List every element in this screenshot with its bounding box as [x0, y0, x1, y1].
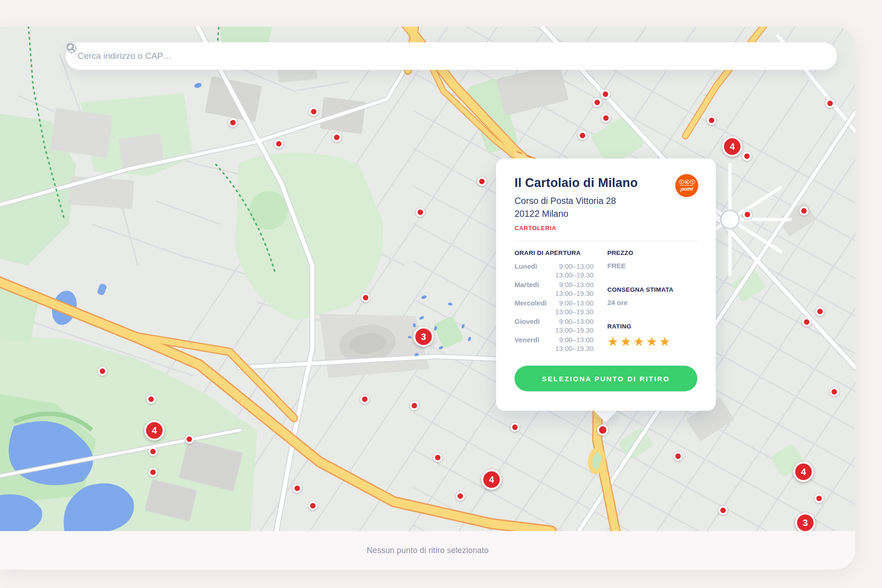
rating-section: RATING ★★★★★	[607, 323, 697, 348]
map-marker-dot[interactable]	[673, 452, 683, 461]
hours-day: Lunedì	[514, 262, 537, 279]
map-marker-dot[interactable]	[332, 133, 341, 142]
pickup-point-category: CARTOLERIA	[514, 225, 697, 232]
map-marker-dot[interactable]	[814, 494, 824, 503]
rating-stars: ★★★★★	[607, 335, 697, 348]
map-marker-dot[interactable]	[433, 453, 442, 462]
map-marker-dot[interactable]	[309, 107, 318, 116]
star-icon: ★	[607, 335, 620, 349]
delivery-section: CONSEGNA STIMATA 24 ore	[607, 286, 697, 306]
map-marker-dot[interactable]	[707, 116, 716, 125]
map-marker-dot[interactable]	[510, 423, 520, 432]
map-marker-cluster[interactable]: 3	[795, 513, 815, 533]
footer-bar: Nessun punto di ritiro selezionato	[0, 531, 855, 570]
map-marker-dot[interactable]	[361, 293, 370, 302]
map-marker-cluster[interactable]: 4	[722, 136, 742, 157]
hours-day: Mercoledì	[514, 299, 547, 316]
map-marker-dot[interactable]	[601, 113, 611, 123]
hours-row: Martedì9:00–13:0013:00–19.30	[514, 280, 594, 298]
map-marker-dot[interactable]	[308, 501, 317, 510]
map-marker-dot[interactable]	[718, 506, 728, 515]
tnt-point-logo-icon: TNT point	[675, 174, 698, 197]
opening-hours-heading: ORARI DI APERTURA	[514, 249, 594, 256]
map-marker-dot[interactable]	[477, 177, 486, 186]
map-marker-dot[interactable]	[799, 206, 808, 215]
map-marker-dot[interactable]	[410, 401, 419, 410]
map-marker-dot[interactable]	[456, 492, 465, 501]
map-marker-layer: 344443	[0, 27, 855, 531]
hours-times: 9:00–13:0013:00–19.30	[555, 317, 594, 334]
delivery-heading: CONSEGNA STIMATA	[607, 286, 697, 293]
hours-day: Venerdì	[514, 335, 539, 353]
map-marker-dot[interactable]	[148, 447, 158, 456]
hours-row: Lunedì9:00–13:0013:00–19.30	[514, 262, 594, 279]
selection-status: Nessun punto di ritiro selezionato	[367, 546, 489, 555]
search-bar	[66, 42, 837, 70]
hours-times: 9:00–13:0013:00–19.30	[555, 335, 594, 353]
map-marker-dot[interactable]	[742, 152, 752, 161]
map-viewport[interactable]: 344443 TNT point Il Cartolaio di Milano …	[0, 27, 855, 531]
map-marker-dot[interactable]	[147, 395, 156, 404]
map-marker-selected[interactable]	[597, 424, 608, 435]
price-heading: PREZZO	[607, 249, 697, 256]
map-marker-dot[interactable]	[743, 210, 752, 219]
tnt-point-logo-sub: point	[680, 186, 693, 192]
star-icon: ★	[620, 335, 633, 349]
star-icon: ★	[633, 335, 646, 349]
map-marker-dot[interactable]	[601, 90, 610, 99]
pickup-point-name: Il Cartolaio di Milano	[514, 175, 697, 191]
map-marker-dot[interactable]	[148, 468, 158, 477]
price-value: FREE	[607, 262, 697, 270]
map-marker-dot[interactable]	[98, 367, 107, 376]
map-marker-dot[interactable]	[802, 317, 811, 327]
map-marker-dot[interactable]	[360, 395, 369, 404]
hours-day: Giovedì	[514, 317, 540, 334]
map-marker-dot[interactable]	[274, 139, 283, 148]
card-divider	[514, 241, 697, 241]
hours-row: Giovedì9:00–13:0013:00–19.30	[514, 317, 594, 334]
map-marker-cluster[interactable]: 4	[144, 420, 164, 441]
tnt-logo-letter: N	[684, 180, 690, 184]
map-marker-dot[interactable]	[830, 387, 839, 396]
tnt-logo-letter: T	[690, 180, 695, 184]
hours-times: 9:00–13:0013:00–19.30	[555, 280, 594, 298]
pickup-point-address: Corso di Posta Vittoria 28 20122 Milano	[514, 194, 697, 220]
pickup-point-card: TNT point Il Cartolaio di Milano Corso d…	[496, 158, 716, 411]
star-icon: ★	[659, 335, 672, 349]
map-marker-dot[interactable]	[185, 435, 194, 444]
opening-hours-section: ORARI DI APERTURA Lunedì9:00–13:0013:00–…	[514, 249, 594, 354]
map-marker-dot[interactable]	[815, 307, 825, 316]
map-marker-dot[interactable]	[593, 98, 602, 107]
price-section: PREZZO FREE	[607, 249, 697, 270]
hours-times: 9:00–13:0013:00–19.30	[555, 262, 594, 279]
map-app-container: 344443 TNT point Il Cartolaio di Milano …	[0, 27, 855, 570]
star-icon: ★	[646, 335, 659, 349]
hours-times: 9:00–13:0013:00–19.30	[555, 299, 594, 316]
tnt-logo-letter: T	[679, 180, 684, 184]
locate-icon[interactable]	[66, 42, 78, 54]
hours-row: Venerdì9:00–13:0013:00–19.30	[514, 335, 594, 353]
map-marker-cluster[interactable]: 3	[413, 327, 434, 347]
map-marker-cluster[interactable]: 4	[481, 469, 502, 490]
delivery-value: 24 ore	[607, 299, 697, 306]
map-marker-dot[interactable]	[293, 484, 302, 493]
map-marker-dot[interactable]	[416, 208, 425, 217]
rating-heading: RATING	[607, 323, 697, 330]
map-marker-cluster[interactable]: 4	[793, 462, 814, 482]
map-marker-dot[interactable]	[578, 131, 587, 140]
map-marker-dot[interactable]	[825, 99, 835, 108]
map-marker-dot[interactable]	[228, 118, 237, 127]
hours-day: Martedì	[514, 280, 539, 298]
hours-row: Mercoledì9:00–13:0013:00–19.30	[514, 299, 594, 316]
hours-rows: Lunedì9:00–13:0013:00–19.30Martedì9:00–1…	[514, 262, 594, 353]
search-input[interactable]	[78, 51, 826, 61]
select-pickup-point-button[interactable]: SELEZIONA PUNTO DI RITIRO	[514, 366, 697, 391]
